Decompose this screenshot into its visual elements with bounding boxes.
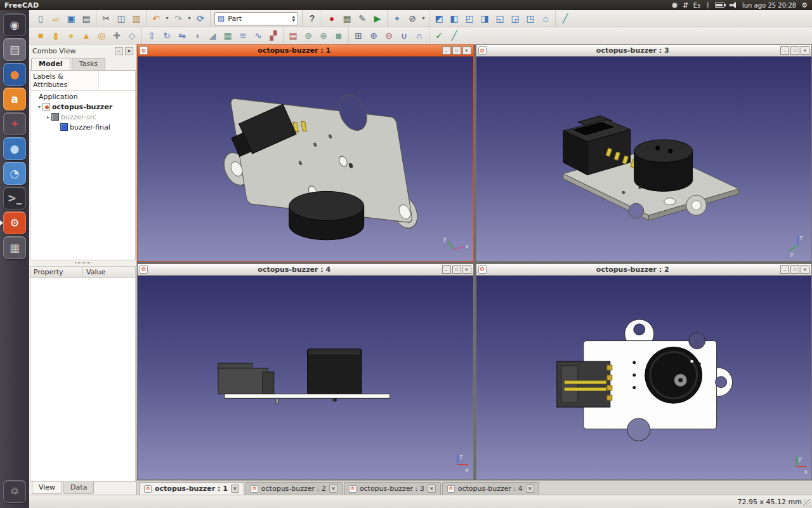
minimize-button[interactable]: – — [442, 46, 451, 55]
amazon[interactable]: a — [3, 88, 26, 110]
cut[interactable]: ✂ — [98, 11, 114, 26]
trash[interactable]: ♲ — [3, 480, 26, 503]
network-indicator-icon[interactable]: ⇵ — [683, 2, 688, 9]
part-section[interactable]: ▞ — [266, 28, 281, 43]
buzzer[interactable] — [289, 191, 364, 239]
3d-viewport[interactable]: z y — [476, 57, 812, 261]
close-button[interactable]: ✕ — [801, 265, 809, 274]
whats-this[interactable]: ? — [304, 11, 320, 26]
workbench-selector[interactable]: ▧ Part ▲ ▼ — [214, 12, 298, 25]
chromium[interactable]: ◔ — [3, 162, 26, 185]
draw-style-menu[interactable]: ▾ — [420, 11, 427, 26]
close-tab-icon[interactable]: ✕ — [526, 485, 534, 493]
view-bottom[interactable]: ◲ — [508, 11, 523, 26]
tree-item[interactable]: Application — [30, 91, 135, 102]
viewport-titlebar[interactable]: ⚙ octopus-buzzer : 2 – □ ✕ — [476, 264, 812, 276]
part-offset[interactable]: ⊚ — [301, 28, 316, 43]
minimize-button[interactable]: – — [442, 265, 451, 274]
fit-all[interactable]: ⌖ — [390, 11, 405, 26]
freecad[interactable]: ⚙ — [3, 211, 26, 234]
restore-button[interactable]: □ — [790, 46, 799, 55]
workspace-switcher[interactable]: ▦ — [3, 236, 26, 259]
paste[interactable]: ▥ — [129, 11, 144, 26]
connector[interactable] — [218, 363, 274, 394]
part-compound[interactable]: ⊞ — [351, 28, 366, 43]
open-document[interactable]: ▱ — [48, 11, 63, 26]
part-union[interactable]: ∪ — [396, 28, 412, 43]
part-offset-2d[interactable]: ⊛ — [316, 28, 331, 43]
part-box[interactable]: ■ — [33, 28, 48, 43]
part-cut[interactable]: ⊖ — [381, 28, 396, 43]
mdi-tab[interactable]: ⚙ octopus-buzzer : 4 ✕ — [442, 482, 539, 495]
view-home[interactable]: ⌂ — [538, 11, 553, 26]
bluetooth-icon[interactable]: ᛒ — [705, 2, 710, 9]
part-cylinder[interactable]: ▮ — [48, 28, 63, 43]
buzzer[interactable] — [645, 347, 702, 403]
macro-execute[interactable]: ▶ — [370, 11, 385, 26]
part-mirror[interactable]: ⇋ — [174, 28, 190, 43]
tab-model[interactable]: Model — [31, 58, 70, 70]
part-loft[interactable]: ≋ — [235, 28, 251, 43]
view-front[interactable]: ◧ — [447, 11, 462, 26]
part-extrude[interactable]: ⇧ — [144, 28, 159, 43]
redo-menu[interactable]: ▾ — [186, 11, 193, 26]
part-shape-builder[interactable]: ◇ — [124, 28, 140, 43]
battery-icon[interactable] — [715, 3, 724, 8]
connector[interactable] — [556, 361, 612, 407]
close-button[interactable]: ✕ — [801, 46, 809, 55]
terminal[interactable]: >_ — [3, 187, 26, 210]
undo-menu[interactable]: ▾ — [164, 11, 171, 26]
tree-item[interactable]: buzzer-final — [30, 122, 135, 132]
macro-record[interactable]: ● — [324, 11, 339, 26]
tree-item[interactable]: ▸ buzzer-src — [30, 112, 135, 122]
expander-icon[interactable]: ▸ — [45, 114, 51, 120]
close-button[interactable]: ✕ — [462, 265, 471, 274]
redo[interactable]: ↷ — [171, 11, 186, 26]
new-document[interactable]: ▯ — [33, 11, 48, 26]
minimize-button[interactable]: – — [780, 265, 789, 274]
measure-distance[interactable]: ╱ — [558, 11, 573, 26]
mdi-tab[interactable]: ⚙ octopus-buzzer : 1 ✕ — [139, 482, 244, 495]
minimize-button[interactable]: – — [780, 46, 789, 55]
draw-style[interactable]: ⊘ — [405, 11, 420, 26]
messaging-indicator-icon[interactable] — [672, 3, 678, 8]
firefox[interactable]: ● — [3, 63, 26, 86]
undo[interactable]: ↶ — [148, 11, 164, 26]
view-axonometric[interactable]: ◩ — [431, 11, 447, 26]
macro-open[interactable]: ▦ — [339, 11, 355, 26]
mdi-tab[interactable]: ⚙ octopus-buzzer : 2 ✕ — [246, 482, 343, 495]
close-tab-icon[interactable]: ✕ — [428, 485, 436, 493]
keyboard-layout-indicator[interactable]: Es — [693, 2, 701, 9]
viewport-titlebar[interactable]: ⚙ octopus-buzzer : 1 – □ ✕ — [138, 45, 473, 57]
part-create-primitives[interactable]: ✚ — [109, 28, 124, 43]
panel-splitter[interactable] — [29, 260, 136, 266]
expander-icon[interactable]: ▾ — [36, 104, 43, 110]
close-tab-icon[interactable]: ✕ — [231, 485, 239, 493]
tree-item[interactable]: ▾ octopus-buzzer — [30, 102, 135, 112]
part-sweep[interactable]: ∿ — [251, 28, 266, 43]
viewport-titlebar[interactable]: ⚙ octopus-buzzer : 4 – □ ✕ — [138, 264, 473, 276]
3d-viewport[interactable]: z x — [138, 276, 473, 480]
tree-column-header[interactable]: Labels & Attributes — [30, 71, 99, 90]
part-intersection[interactable]: ∩ — [412, 28, 427, 43]
3d-viewport[interactable]: x y — [138, 57, 473, 261]
save-document[interactable]: ▣ — [63, 11, 79, 26]
viewport-titlebar[interactable]: ⚙ octopus-buzzer : 3 – □ ✕ — [476, 45, 812, 57]
mdi-tab[interactable]: ⚙ octopus-buzzer : 3 ✕ — [344, 482, 441, 495]
property-column-header[interactable]: Property — [30, 267, 83, 277]
part-torus[interactable]: ◎ — [94, 28, 109, 43]
value-column-header[interactable]: Value — [83, 267, 135, 277]
refresh[interactable]: ⟳ — [193, 11, 208, 26]
close-panel-button[interactable]: ✕ — [125, 47, 133, 55]
panel-titlebar[interactable]: Combo View ▫ ✕ — [29, 44, 136, 57]
software-center[interactable]: ● — [3, 137, 26, 160]
session-menu-icon[interactable]: ⚙ — [801, 2, 808, 9]
view-right[interactable]: ◨ — [477, 11, 492, 26]
close-tab-icon[interactable]: ✕ — [329, 485, 337, 493]
dash-home[interactable]: ◉ — [3, 13, 26, 36]
tab-data[interactable]: Data — [63, 482, 94, 494]
part-revolve[interactable]: ↻ — [159, 28, 174, 43]
part-chamfer[interactable]: ◢ — [205, 28, 220, 43]
view-left[interactable]: ◳ — [523, 11, 538, 26]
view-top[interactable]: ◰ — [462, 11, 477, 26]
